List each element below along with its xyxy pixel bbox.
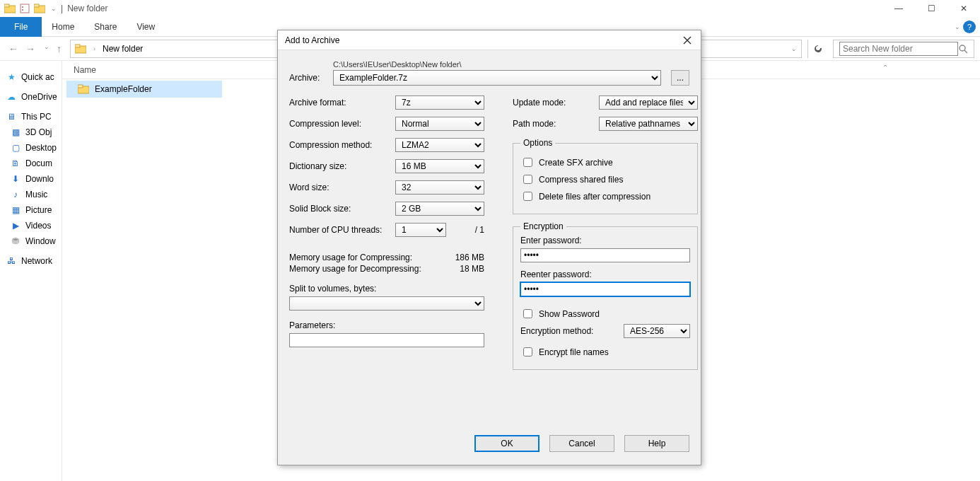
word-size-select[interactable]: 32: [395, 180, 484, 195]
tab-view[interactable]: View: [127, 17, 165, 37]
archive-label: Archive:: [289, 60, 323, 83]
pc-icon: 🖥: [6, 112, 17, 122]
forward-icon[interactable]: →: [25, 43, 35, 54]
path-mode-label: Path mode:: [513, 119, 599, 129]
tab-home[interactable]: Home: [42, 17, 84, 37]
videos-icon: ▶: [10, 221, 21, 231]
create-sfx-label: Create SFX archive: [539, 158, 613, 168]
show-password-checkbox[interactable]: [523, 309, 532, 318]
search-input[interactable]: [839, 42, 958, 56]
sidebar-item-pictures[interactable]: ▦Picture: [0, 202, 62, 218]
refresh-icon: [813, 44, 823, 54]
search-icon[interactable]: [958, 44, 968, 54]
music-icon: ♪: [10, 190, 21, 199]
column-name[interactable]: Name: [74, 65, 96, 75]
tab-file[interactable]: File: [0, 17, 42, 37]
cpu-threads-select[interactable]: 1: [395, 223, 446, 237]
svg-rect-12: [78, 85, 83, 88]
sidebar-label: Docum: [25, 158, 52, 168]
list-item[interactable]: ExampleFolder: [66, 81, 222, 98]
split-volumes-select[interactable]: [289, 296, 484, 311]
dialog-title: Add to Archive: [285, 35, 339, 45]
sidebar-item-downloads[interactable]: ⬇Downlo: [0, 171, 62, 187]
help-button[interactable]: Help: [624, 435, 689, 452]
sidebar-item-onedrive[interactable]: ☁OneDrive: [0, 89, 62, 105]
dictionary-size-select[interactable]: 16 MB: [395, 159, 484, 173]
up-icon[interactable]: ↑: [57, 43, 62, 54]
sidebar-item-windows[interactable]: ⛃Window: [0, 233, 62, 249]
delete-after-checkbox[interactable]: [523, 192, 532, 201]
sidebar-item-network[interactable]: 🖧Network: [0, 253, 62, 269]
solid-block-size-select[interactable]: 2 GB: [395, 202, 484, 216]
refresh-button[interactable]: [807, 40, 827, 58]
sidebar-label: Picture: [25, 205, 52, 215]
solid-block-size-label: Solid Block size:: [289, 204, 395, 214]
split-volumes-label: Split to volumes, bytes:: [289, 284, 376, 294]
archive-format-select[interactable]: 7z: [395, 95, 484, 110]
address-dropdown-icon[interactable]: ⌄: [787, 45, 801, 52]
ok-button[interactable]: OK: [474, 435, 539, 452]
sidebar-item-music[interactable]: ♪Music: [0, 187, 62, 202]
cpu-threads-label: Number of CPU threads:: [289, 225, 395, 235]
qat-folder-icon[interactable]: [33, 3, 47, 14]
svg-rect-6: [34, 4, 39, 7]
documents-icon: 🗎: [10, 158, 21, 168]
compress-shared-label: Compress shared files: [539, 175, 623, 185]
create-sfx-checkbox[interactable]: [523, 158, 532, 167]
compress-shared-checkbox[interactable]: [523, 175, 532, 184]
sidebar-item-desktop[interactable]: ▢Desktop: [0, 140, 62, 156]
compression-level-select[interactable]: Normal: [395, 117, 484, 131]
encrypt-filenames-label: Encrypt file names: [539, 347, 609, 357]
window-separator: |: [61, 4, 63, 13]
desktop-icon: ▢: [10, 143, 21, 153]
compression-method-label: Compression method:: [289, 140, 395, 150]
quick-access-icon: ★: [6, 72, 17, 82]
close-button[interactable]: ✕: [947, 0, 980, 17]
minimize-button[interactable]: —: [882, 0, 915, 17]
tab-share[interactable]: Share: [84, 17, 127, 37]
breadcrumb-item[interactable]: New folder: [103, 44, 143, 54]
update-mode-select[interactable]: Add and replace files: [599, 95, 698, 110]
sidebar-item-videos[interactable]: ▶Videos: [0, 218, 62, 233]
maximize-button[interactable]: ☐: [915, 0, 947, 17]
word-size-label: Word size:: [289, 182, 395, 192]
enter-password-label: Enter password:: [520, 236, 582, 245]
enter-password-input[interactable]: [520, 248, 690, 262]
delete-after-label: Delete files after compression: [539, 192, 651, 202]
help-icon[interactable]: ?: [963, 21, 976, 33]
svg-point-3: [22, 6, 23, 8]
folder-icon: [78, 83, 89, 95]
qat-properties-icon[interactable]: [20, 4, 30, 13]
sidebar-item-3d-objects[interactable]: ▩3D Obj: [0, 124, 62, 140]
compression-method-select[interactable]: LZMA2: [395, 138, 484, 152]
mem-compress-value: 186 MB: [455, 253, 484, 262]
dictionary-size-label: Dictionary size:: [289, 161, 395, 171]
sidebar-item-quick-access[interactable]: ★Quick ac: [0, 69, 62, 85]
svg-rect-1: [4, 4, 9, 7]
reenter-password-input[interactable]: [520, 282, 690, 296]
encrypt-filenames-checkbox[interactable]: [523, 347, 532, 357]
sidebar-item-this-pc[interactable]: 🖥This PC: [0, 109, 62, 124]
archive-name-combo[interactable]: ExampleFolder.7z: [333, 70, 661, 86]
history-dropdown-icon[interactable]: ⌄: [44, 43, 49, 54]
back-icon[interactable]: ←: [8, 43, 18, 54]
sidebar-item-documents[interactable]: 🗎Docum: [0, 156, 62, 171]
onedrive-icon: ☁: [6, 92, 17, 102]
sidebar-label: 3D Obj: [25, 127, 52, 137]
ribbon-expand-icon[interactable]: ⌄: [955, 23, 960, 30]
cancel-button[interactable]: Cancel: [549, 435, 614, 452]
folder-app-icon: [3, 3, 17, 14]
encryption-method-select[interactable]: AES-256: [624, 324, 690, 338]
qat-dropdown-icon[interactable]: ⌄: [51, 5, 57, 12]
dialog-close-button[interactable]: [681, 34, 694, 47]
breadcrumb-chevron-icon[interactable]: ›: [91, 45, 98, 52]
sidebar-label: Network: [21, 256, 52, 266]
path-mode-select[interactable]: Relative pathnames: [599, 117, 698, 131]
drive-icon: ⛃: [10, 236, 21, 246]
browse-button[interactable]: ...: [671, 70, 689, 86]
parameters-input[interactable]: [289, 333, 484, 347]
folder-icon: [75, 43, 86, 54]
svg-rect-8: [75, 45, 80, 47]
svg-point-9: [959, 45, 965, 51]
svg-point-4: [22, 9, 23, 11]
